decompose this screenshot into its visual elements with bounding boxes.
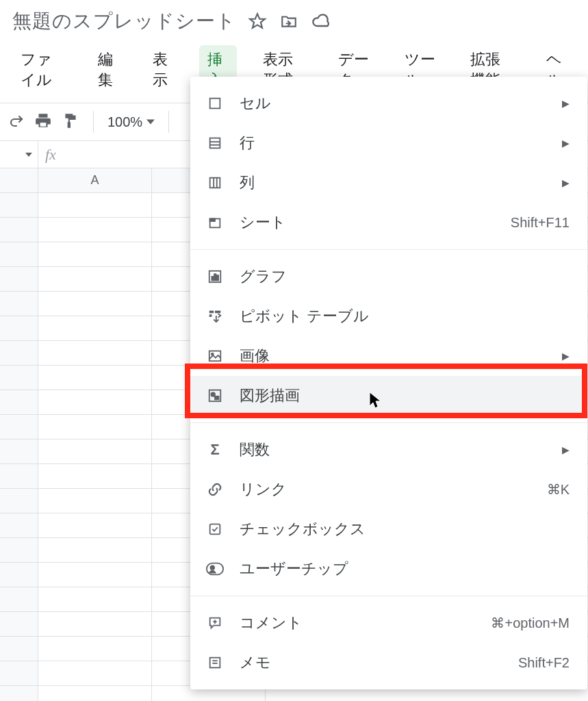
person-chip-icon (205, 559, 225, 578)
menu-item-label: 列 (240, 173, 547, 193)
menu-item-rows[interactable]: 行 ▶ (190, 123, 587, 163)
menu-item-shortcut: ⌘+option+M (491, 615, 570, 631)
svg-rect-3 (210, 99, 220, 109)
svg-rect-16 (209, 311, 214, 314)
title-icons (248, 12, 331, 31)
drawing-icon (205, 386, 225, 405)
link-icon (205, 480, 225, 499)
submenu-arrow-icon: ▶ (562, 444, 570, 455)
menu-separator (190, 596, 587, 596)
menu-separator (190, 249, 587, 250)
document-title[interactable]: 無題のスプレッドシート (12, 8, 236, 34)
image-icon (205, 346, 225, 366)
menu-view[interactable]: 表示 (144, 45, 181, 94)
svg-rect-13 (212, 277, 213, 281)
svg-point-26 (211, 565, 215, 570)
menu-item-cells[interactable]: セル ▶ (190, 84, 587, 123)
chart-icon (205, 267, 225, 286)
select-all-corner[interactable] (0, 168, 38, 192)
menu-item-pivot-table[interactable]: ピボット テーブル (190, 296, 587, 336)
menu-item-label: チェックボックス (240, 519, 570, 539)
chevron-down-icon (146, 118, 155, 126)
menu-item-function[interactable]: Σ 関数 ▶ (190, 430, 587, 470)
menu-item-note[interactable]: メモ Shift+F2 (190, 643, 587, 683)
title-bar: 無題のスプレッドシート (0, 0, 588, 37)
zoom-selector[interactable]: 100% (107, 114, 155, 130)
svg-rect-2 (68, 122, 71, 128)
sheet-icon (205, 213, 225, 232)
svg-rect-7 (210, 178, 220, 188)
submenu-arrow-icon: ▶ (562, 350, 570, 361)
menu-item-link[interactable]: リンク ⌘K (190, 470, 587, 509)
comment-icon (205, 613, 225, 633)
name-box[interactable] (0, 141, 38, 168)
menu-item-image[interactable]: 画像 ▶ (190, 336, 587, 376)
svg-point-20 (212, 353, 214, 355)
menu-item-shortcut: Shift+F2 (518, 655, 570, 671)
svg-rect-15 (217, 275, 218, 280)
menu-item-label: セル (240, 93, 547, 114)
submenu-arrow-icon: ▶ (562, 177, 570, 188)
menu-item-label: リンク (240, 479, 532, 500)
zoom-value: 100% (107, 114, 142, 130)
menu-separator (190, 422, 587, 423)
insert-menu-dropdown: セル ▶ 行 ▶ 列 ▶ シート Shift+F11 グラフ ピボット テーブル… (190, 77, 587, 689)
menu-item-label: ユーザーチップ (240, 559, 570, 579)
paint-format-icon[interactable] (62, 112, 79, 132)
menu-item-label: 関数 (240, 439, 547, 460)
menu-item-people-chip[interactable]: ユーザーチップ (190, 549, 587, 589)
menu-item-label: シート (240, 212, 496, 233)
svg-rect-17 (215, 311, 220, 314)
print-icon[interactable] (34, 112, 52, 132)
svg-rect-24 (210, 524, 220, 535)
menu-item-chart[interactable]: グラフ (190, 257, 587, 296)
menu-item-label: 画像 (240, 346, 547, 366)
svg-rect-23 (215, 396, 219, 400)
redo-icon[interactable] (8, 112, 25, 131)
menu-edit[interactable]: 編集 (90, 45, 127, 94)
cell-icon (205, 94, 225, 113)
pivot-icon (205, 307, 225, 326)
menu-item-sheet[interactable]: シート Shift+F11 (190, 203, 587, 242)
svg-rect-18 (209, 314, 212, 317)
svg-rect-1 (40, 123, 47, 126)
menu-file[interactable]: ファイル (12, 45, 72, 94)
checkbox-icon (205, 520, 225, 539)
menu-item-label: グラフ (240, 266, 570, 287)
move-folder-icon[interactable] (280, 12, 298, 30)
cloud-status-icon[interactable] (311, 12, 331, 31)
note-icon (205, 653, 225, 672)
menu-item-columns[interactable]: 列 ▶ (190, 163, 587, 203)
svg-rect-4 (210, 138, 220, 149)
svg-marker-0 (250, 14, 265, 28)
star-icon[interactable] (248, 12, 266, 30)
menu-item-shortcut: ⌘K (547, 481, 570, 498)
sigma-icon: Σ (205, 440, 225, 459)
menu-item-label: メモ (240, 652, 503, 673)
submenu-arrow-icon: ▶ (562, 98, 570, 109)
rows-icon (205, 133, 225, 153)
menu-item-shortcut: Shift+F11 (511, 215, 570, 231)
menu-item-label: 行 (240, 133, 547, 153)
svg-rect-14 (214, 274, 216, 280)
fx-label: fx (38, 146, 56, 164)
menu-item-label: コメント (240, 613, 476, 633)
column-header-a[interactable]: A (38, 168, 152, 192)
menu-item-label: ピボット テーブル (240, 306, 570, 327)
menu-item-drawing[interactable]: 図形描画 (190, 376, 587, 416)
svg-rect-11 (210, 219, 215, 222)
submenu-arrow-icon: ▶ (562, 138, 570, 149)
chevron-down-icon (25, 151, 32, 158)
menu-item-label: 図形描画 (240, 385, 570, 406)
menu-item-checkbox[interactable]: チェックボックス (190, 509, 587, 549)
columns-icon (205, 173, 225, 192)
menu-item-comment[interactable]: コメント ⌘+option+M (190, 603, 587, 643)
